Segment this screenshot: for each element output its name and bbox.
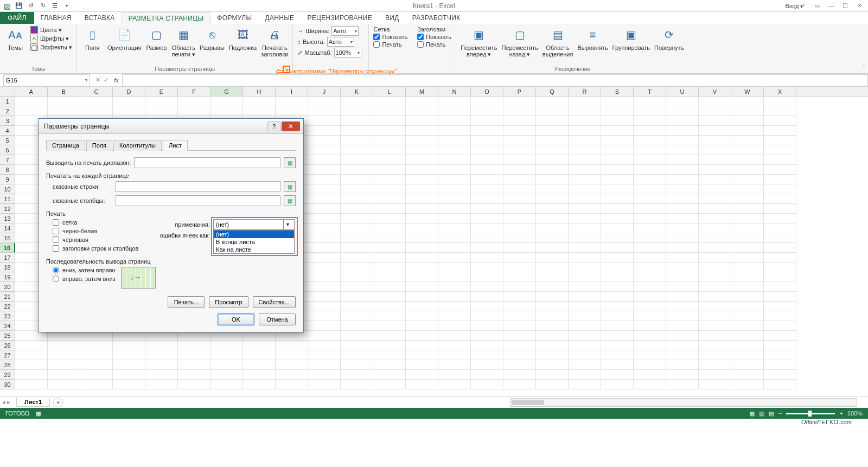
- cell[interactable]: [601, 223, 634, 233]
- macro-record-icon[interactable]: ▦: [36, 410, 41, 417]
- dlg-ok-button[interactable]: OK: [218, 314, 254, 325]
- row-header[interactable]: 15: [0, 233, 15, 243]
- cell[interactable]: [48, 106, 80, 116]
- send-backward-button[interactable]: ▢Переместить назад ▾: [501, 26, 538, 57]
- cell[interactable]: [699, 341, 731, 350]
- cell[interactable]: [699, 263, 731, 272]
- cell[interactable]: [764, 282, 796, 292]
- cell[interactable]: [243, 360, 276, 370]
- cell[interactable]: [764, 341, 796, 350]
- cell[interactable]: [406, 350, 438, 360]
- cell[interactable]: [569, 360, 601, 370]
- cell[interactable]: [666, 253, 699, 263]
- cell[interactable]: [373, 136, 406, 145]
- cell[interactable]: [406, 136, 438, 145]
- cell[interactable]: [699, 311, 731, 321]
- cell[interactable]: [764, 214, 796, 223]
- cell[interactable]: [308, 165, 341, 175]
- cell[interactable]: [243, 370, 276, 380]
- cell[interactable]: [438, 253, 471, 263]
- scale-width[interactable]: ↔Ширина:Авто: [297, 26, 361, 36]
- cell[interactable]: [341, 292, 373, 302]
- cell[interactable]: [699, 350, 731, 360]
- cell[interactable]: [503, 263, 536, 272]
- cell[interactable]: [666, 350, 699, 360]
- col-header[interactable]: U: [666, 87, 699, 96]
- cell[interactable]: [308, 243, 341, 253]
- cell[interactable]: [764, 360, 796, 370]
- cell[interactable]: [569, 106, 601, 116]
- cell[interactable]: [764, 145, 796, 155]
- cell[interactable]: [178, 360, 210, 370]
- cell[interactable]: [438, 243, 471, 253]
- cell[interactable]: [178, 370, 210, 380]
- cell[interactable]: [536, 360, 569, 370]
- cell[interactable]: [569, 204, 601, 214]
- cell[interactable]: [503, 370, 536, 380]
- cell[interactable]: [471, 145, 503, 155]
- cell[interactable]: [373, 233, 406, 243]
- cell[interactable]: [48, 97, 80, 106]
- cell[interactable]: [731, 360, 764, 370]
- col-header[interactable]: R: [569, 87, 601, 96]
- cell[interactable]: [699, 214, 731, 223]
- cell[interactable]: [406, 126, 438, 136]
- cell[interactable]: [373, 155, 406, 165]
- view-layout-icon[interactable]: ▥: [759, 410, 764, 417]
- cell[interactable]: [471, 331, 503, 341]
- row-header[interactable]: 12: [0, 204, 15, 214]
- cell[interactable]: [373, 165, 406, 175]
- cell[interactable]: [373, 214, 406, 223]
- cell[interactable]: [341, 253, 373, 263]
- enter-formula-icon[interactable]: ✓: [104, 76, 108, 84]
- cell[interactable]: [699, 233, 731, 243]
- cell[interactable]: [471, 263, 503, 272]
- cell[interactable]: [634, 360, 666, 370]
- cell[interactable]: [601, 350, 634, 360]
- cell[interactable]: [666, 233, 699, 243]
- dialog-help-button[interactable]: ?: [267, 121, 280, 131]
- cell[interactable]: [48, 350, 80, 360]
- cell[interactable]: [536, 204, 569, 214]
- cell[interactable]: [731, 214, 764, 223]
- cell[interactable]: [15, 370, 48, 380]
- cell[interactable]: [536, 97, 569, 106]
- cell[interactable]: [373, 175, 406, 184]
- cell[interactable]: [503, 175, 536, 184]
- cell[interactable]: [536, 311, 569, 321]
- cell[interactable]: [406, 155, 438, 165]
- cell[interactable]: [373, 341, 406, 350]
- cell[interactable]: [341, 204, 373, 214]
- cell[interactable]: [569, 126, 601, 136]
- cell[interactable]: [569, 282, 601, 292]
- cell[interactable]: [569, 253, 601, 263]
- cell[interactable]: [699, 380, 731, 389]
- cell[interactable]: [699, 155, 731, 165]
- theme-effects[interactable]: ◯Эффекты ▾: [30, 43, 72, 51]
- cell[interactable]: [406, 106, 438, 116]
- tab-page-layout[interactable]: РАЗМЕТКА СТРАНИЦЫ: [122, 12, 211, 24]
- cell[interactable]: [634, 321, 666, 331]
- cell[interactable]: [601, 341, 634, 350]
- col-header[interactable]: N: [438, 87, 471, 96]
- cell[interactable]: [731, 272, 764, 282]
- comments-combo[interactable]: (нет)▼: [213, 219, 295, 230]
- row-header[interactable]: 30: [0, 380, 15, 389]
- cell[interactable]: [536, 184, 569, 194]
- cell[interactable]: [471, 321, 503, 331]
- cell[interactable]: [601, 292, 634, 302]
- cell[interactable]: [308, 184, 341, 194]
- cell[interactable]: [15, 97, 48, 106]
- cell[interactable]: [764, 194, 796, 204]
- cell[interactable]: [406, 165, 438, 175]
- cell[interactable]: [373, 204, 406, 214]
- cell[interactable]: [406, 263, 438, 272]
- row-header[interactable]: 22: [0, 302, 15, 311]
- cell[interactable]: [536, 272, 569, 282]
- cell[interactable]: [145, 97, 178, 106]
- cell[interactable]: [308, 214, 341, 223]
- cell[interactable]: [634, 292, 666, 302]
- cell[interactable]: [373, 194, 406, 204]
- row-header[interactable]: 4: [0, 126, 15, 136]
- cell[interactable]: [341, 214, 373, 223]
